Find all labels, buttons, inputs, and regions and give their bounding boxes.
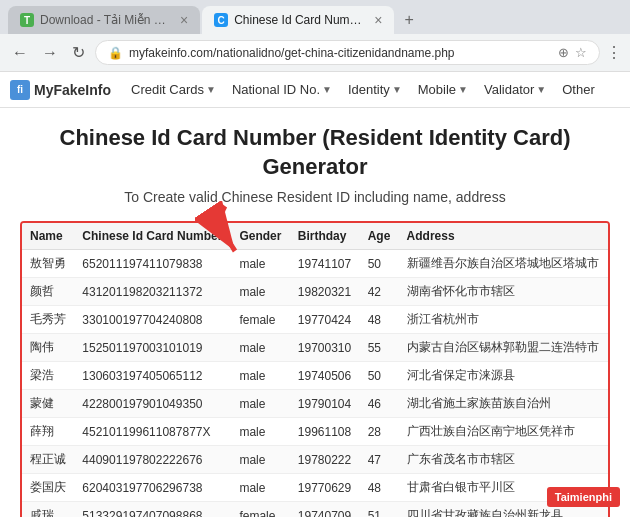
cell-0: 梁浩: [22, 362, 74, 390]
cell-0: 毛秀芳: [22, 306, 74, 334]
col-age: Age: [360, 223, 399, 250]
cell-1: 620403197706296738: [74, 474, 231, 502]
table-row: 陶伟152501197003101019male1970031055内蒙古自治区…: [22, 334, 608, 362]
cell-1: 513329197407098868: [74, 502, 231, 517]
cell-4: 51: [360, 502, 399, 517]
cell-3: 19961108: [290, 418, 360, 446]
cell-2: male: [231, 390, 289, 418]
nav-credit-cards[interactable]: Credit Cards ▼: [125, 78, 222, 101]
cell-2: male: [231, 362, 289, 390]
cell-0: 颜哲: [22, 278, 74, 306]
address-text: myfakeinfo.com/nationalidno/get-china-ci…: [129, 46, 552, 60]
table-body: 敖智勇652011197411079838male1974110750新疆维吾尔…: [22, 250, 608, 517]
cell-1: 422800197901049350: [74, 390, 231, 418]
cell-4: 46: [360, 390, 399, 418]
toolbar-icons: ⋮: [606, 43, 622, 62]
tab-inactive[interactable]: T Download - Tải Miễn Phí VN - ... ×: [8, 6, 200, 34]
cell-0: 薛翔: [22, 418, 74, 446]
cell-4: 50: [360, 362, 399, 390]
col-birthday: Birthday: [290, 223, 360, 250]
cell-5: 湖南省怀化市市辖区: [399, 278, 608, 306]
new-tab-button[interactable]: +: [396, 7, 421, 33]
browser-chrome: T Download - Tải Miễn Phí VN - ... × C C…: [0, 0, 630, 72]
table-row: 敖智勇652011197411079838male1974110750新疆维吾尔…: [22, 250, 608, 278]
address-bar[interactable]: 🔒 myfakeinfo.com/nationalidno/get-china-…: [95, 40, 600, 65]
nav-validator[interactable]: Validator ▼: [478, 78, 552, 101]
tab2-close[interactable]: ×: [374, 12, 382, 28]
cell-2: female: [231, 502, 289, 517]
cell-2: male: [231, 278, 289, 306]
watermark: Taimienphi: [547, 487, 620, 507]
site-logo[interactable]: fi MyFakeInfo: [10, 80, 111, 100]
tab-active[interactable]: C Chinese Id Card Number (Resi... ×: [202, 6, 394, 34]
table-row: 梁浩130603197405065112male1974050650河北省保定市…: [22, 362, 608, 390]
cell-4: 55: [360, 334, 399, 362]
table-row: 程正诚440901197802222676male1978022247广东省茂名…: [22, 446, 608, 474]
table-row: 颜哲431201198203211372male1982032142湖南省怀化市…: [22, 278, 608, 306]
cell-3: 19741107: [290, 250, 360, 278]
refresh-button[interactable]: ↻: [68, 41, 89, 64]
cell-5: 河北省保定市涞源县: [399, 362, 608, 390]
table-row: 毛秀芳330100197704240808female1977042448浙江省…: [22, 306, 608, 334]
tab-bar: T Download - Tải Miễn Phí VN - ... × C C…: [0, 0, 630, 34]
security-icon: 🔒: [108, 46, 123, 60]
cell-5: 广西壮族自治区南宁地区凭祥市: [399, 418, 608, 446]
cell-3: 19790104: [290, 390, 360, 418]
cell-0: 娄国庆: [22, 474, 74, 502]
page-title: Chinese Id Card Number (Resident Identit…: [20, 124, 610, 181]
main-content: Chinese Id Card Number (Resident Identit…: [0, 108, 630, 517]
cell-5: 广东省茂名市市辖区: [399, 446, 608, 474]
cell-1: 152501197003101019: [74, 334, 231, 362]
address-bar-row: ← → ↻ 🔒 myfakeinfo.com/nationalidno/get-…: [0, 34, 630, 71]
cell-2: male: [231, 474, 289, 502]
back-button[interactable]: ←: [8, 42, 32, 64]
tab1-close[interactable]: ×: [180, 12, 188, 28]
cell-2: male: [231, 334, 289, 362]
translate-icon[interactable]: ⊕: [558, 45, 569, 60]
cell-0: 程正诚: [22, 446, 74, 474]
nav-mobile[interactable]: Mobile ▼: [412, 78, 474, 101]
cell-4: 48: [360, 306, 399, 334]
forward-button[interactable]: →: [38, 42, 62, 64]
table-row: 蒙健422800197901049350male1979010446湖北省施土家…: [22, 390, 608, 418]
table-row: 娄国庆620403197706296738male1977062948甘肃省白银…: [22, 474, 608, 502]
tab2-title: Chinese Id Card Number (Resi...: [234, 13, 364, 27]
cell-4: 28: [360, 418, 399, 446]
cell-0: 戚瑞: [22, 502, 74, 517]
table-row: 薛翔452101199611087877Xmale1996110828广西壮族自…: [22, 418, 608, 446]
logo-icon: fi: [10, 80, 30, 100]
cell-5: 新疆维吾尔族自治区塔城地区塔城市: [399, 250, 608, 278]
cell-2: male: [231, 418, 289, 446]
chevron-down-icon: ▼: [458, 84, 468, 95]
cell-1: 330100197704240808: [74, 306, 231, 334]
data-table: Name Chinese Id Card Number Gender Birth…: [22, 223, 608, 517]
cell-3: 19820321: [290, 278, 360, 306]
cell-5: 湖北省施土家族苗族自治州: [399, 390, 608, 418]
address-icons: ⊕ ☆: [558, 45, 587, 60]
cell-4: 48: [360, 474, 399, 502]
nav-other[interactable]: Other: [556, 78, 601, 101]
tab1-favicon: T: [20, 13, 34, 27]
nav-national-id[interactable]: National ID No. ▼: [226, 78, 338, 101]
nav-identity[interactable]: Identity ▼: [342, 78, 408, 101]
cell-2: female: [231, 306, 289, 334]
bookmark-icon[interactable]: ☆: [575, 45, 587, 60]
cell-4: 47: [360, 446, 399, 474]
col-name: Name: [22, 223, 74, 250]
col-address: Address: [399, 223, 608, 250]
cell-3: 19770629: [290, 474, 360, 502]
cell-4: 50: [360, 250, 399, 278]
red-arrow: [195, 201, 265, 261]
cell-3: 19700310: [290, 334, 360, 362]
cell-5: 浙江省杭州市: [399, 306, 608, 334]
tab2-favicon: C: [214, 13, 228, 27]
chevron-down-icon: ▼: [536, 84, 546, 95]
table-header: Name Chinese Id Card Number Gender Birth…: [22, 223, 608, 250]
cell-1: 431201198203211372: [74, 278, 231, 306]
extensions-icon[interactable]: ⋮: [606, 43, 622, 62]
chevron-down-icon: ▼: [206, 84, 216, 95]
data-table-wrapper: Name Chinese Id Card Number Gender Birth…: [20, 221, 610, 517]
table-row: 戚瑞513329197407098868female1974070951四川省甘…: [22, 502, 608, 517]
chevron-down-icon: ▼: [392, 84, 402, 95]
chevron-down-icon: ▼: [322, 84, 332, 95]
